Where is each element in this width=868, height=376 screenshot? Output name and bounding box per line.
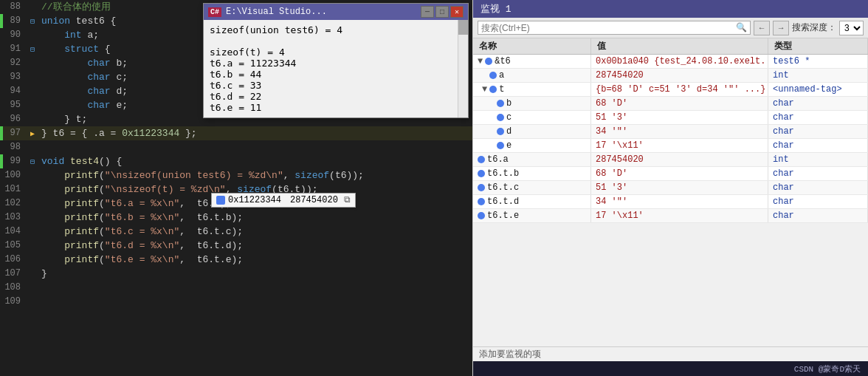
line-number: 94 (3, 84, 27, 98)
watch-type-a: int (768, 69, 868, 82)
watch-row-t6tc[interactable]: t6.t.c 51 '3' char (473, 181, 868, 195)
watch-name-t6ref: ▼ &t6 (473, 55, 591, 68)
watch-value-t: {b=68 'D' c=51 '3' d=34 '"' ...} (591, 83, 768, 96)
code-line-108: 108 (0, 281, 472, 295)
console-window: C# E:\Visual Studio... ─ □ ✕ sizeof(unio… (203, 3, 469, 118)
line-content: } t6 = { .a = 0x11223344 }; (38, 126, 472, 140)
watch-value-t6a: 287454020 (591, 153, 768, 166)
depth-select[interactable]: 3 1 2 4 5 (839, 21, 864, 35)
watch-row-t6ref[interactable]: ▼ &t6 0x00b1a040 {test_24.08.10.exelt...… (473, 55, 868, 69)
address-hex: 0x11223344 (228, 195, 281, 205)
console-icon: C# (208, 7, 221, 17)
expand-icon[interactable]: ▼ (478, 56, 483, 66)
watch-row-t6td[interactable]: t6.t.d 34 '"' char (473, 195, 868, 209)
watch-type-c: char (768, 111, 868, 124)
line-content: printf("t6.c = %x\n", t6.t.c); (38, 225, 472, 239)
row-icon-d (497, 128, 504, 135)
line-number: 97 (3, 126, 27, 140)
maximize-button[interactable]: □ (435, 6, 449, 18)
line-indicator (27, 70, 38, 84)
console-line-8: t6.e = 11 (210, 102, 450, 113)
search-input[interactable] (481, 23, 734, 33)
line-indicator (27, 196, 38, 211)
nav-forward-button[interactable]: → (773, 21, 789, 35)
console-body: sizeof(union test6) = 4 sizeof(t) = 4 t6… (204, 20, 468, 117)
watch-row-b[interactable]: b 68 'D' char (473, 97, 868, 111)
watch-name-t6te: t6.t.e (473, 209, 591, 222)
watch-row-d[interactable]: d 34 '"' char (473, 125, 868, 139)
line-indicator (27, 84, 38, 98)
console-scrollbar[interactable] (458, 20, 468, 117)
console-titlebar: C# E:\Visual Studio... ─ □ ✕ (204, 4, 468, 20)
watch-row-t[interactable]: ▼ t {b=68 'D' c=51 '3' d=34 '"' ...} <un… (473, 83, 868, 97)
line-number: 101 (3, 182, 27, 196)
line-number: 102 (3, 196, 27, 211)
watch-type-t6tb: char (768, 167, 868, 180)
line-number: 98 (3, 140, 27, 154)
watch-type-t6td: char (768, 195, 868, 208)
add-watch-row[interactable]: 添加要监视的项 (473, 346, 868, 361)
line-indicator (27, 56, 38, 70)
watch-panel: 监视 1 🔍 ← → 搜索深度： 3 1 2 4 5 名称 值 类型 ▼ (472, 0, 868, 376)
collapse-icon[interactable]: ⊟ (27, 154, 38, 168)
line-indicator (27, 267, 38, 281)
code-line-99: 99 ⊟ void test4() { (0, 154, 472, 168)
address-copy-icon[interactable]: ⧉ (344, 195, 351, 205)
minimize-button[interactable]: ─ (421, 6, 434, 18)
console-line-1: sizeof(union test6) = 4 (210, 24, 450, 35)
console-line-4: t6.a = 11223344 (210, 58, 450, 69)
collapse-icon[interactable]: ⊟ (27, 42, 38, 56)
watch-value-b: 68 'D' (591, 97, 768, 110)
watch-row-t6te[interactable]: t6.t.e 17 '\x11' char (473, 209, 868, 223)
code-line-100: 100 printf("\nsizeof(union test6) = %zd\… (0, 168, 472, 182)
console-line-7: t6.d = 22 (210, 91, 450, 102)
watch-type-t: <unnamed-tag> (768, 83, 868, 96)
collapse-icon[interactable]: ⊟ (27, 14, 38, 28)
watch-row-t6a[interactable]: t6.a 287454020 int (473, 153, 868, 167)
nav-back-button[interactable]: ← (754, 21, 770, 35)
line-number: 88 (3, 0, 27, 14)
line-indicator (27, 253, 38, 267)
row-icon-e (497, 142, 504, 149)
line-indicator (27, 211, 38, 225)
watch-row-t6tb[interactable]: t6.t.b 68 'D' char (473, 167, 868, 181)
watch-row-c[interactable]: c 51 '3' char (473, 111, 868, 125)
code-line-105: 105 printf("t6.d = %x\n", t6.t.d); (0, 239, 472, 253)
line-number: 109 (3, 295, 27, 309)
scrollbar-thumb (458, 20, 468, 35)
close-button[interactable]: ✕ (450, 6, 464, 18)
row-icon-t6a (478, 156, 485, 163)
watch-value-t6ref: 0x00b1a040 {test_24.08.10.exelt... (591, 55, 768, 68)
line-indicator[interactable]: ▶ (27, 126, 38, 140)
watch-value-d: 34 '"' (591, 125, 768, 138)
watch-value-a: 287454020 (591, 69, 768, 82)
watch-type-d: char (768, 125, 868, 138)
line-content: printf("t6.e = %x\n", t6.t.e); (38, 253, 472, 267)
console-title-text: E:\Visual Studio... (226, 7, 327, 17)
watch-table: 名称 值 类型 ▼ &t6 0x00b1a040 {test_24.08.10.… (473, 38, 868, 361)
line-number: 103 (3, 211, 27, 225)
watch-type-t6tc: char (768, 181, 868, 194)
line-content (38, 295, 472, 309)
watch-row-e[interactable]: e 17 '\x11' char (473, 139, 868, 153)
watch-name-a: a (473, 69, 591, 82)
console-title: C# E:\Visual Studio... (208, 7, 327, 17)
col-header-name: 名称 (473, 38, 591, 54)
line-indicator (27, 239, 38, 253)
row-icon-b (497, 100, 504, 107)
row-icon-t6tb (478, 170, 485, 177)
line-number: 104 (3, 225, 27, 239)
watch-row-a[interactable]: a 287454020 int (473, 69, 868, 83)
expand-icon-t[interactable]: ▼ (482, 84, 487, 95)
line-number: 108 (3, 281, 27, 295)
console-line-3: sizeof(t) = 4 (210, 47, 450, 58)
code-line-103: 103 printf("t6.b = %x\n", t6.t.b); (0, 211, 472, 225)
line-number: 106 (3, 253, 27, 267)
address-icon (216, 196, 225, 205)
line-indicator (27, 140, 38, 154)
search-icon[interactable]: 🔍 (736, 22, 747, 33)
line-content: } (38, 267, 472, 281)
line-number: 93 (3, 70, 27, 84)
search-box[interactable]: 🔍 (478, 21, 751, 35)
watermark: CSDN @蒙奇D索天 (473, 361, 868, 376)
